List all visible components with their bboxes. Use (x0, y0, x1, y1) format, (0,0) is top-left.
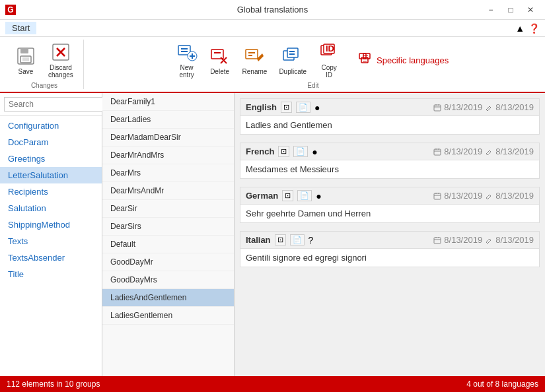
ribbon-changes-buttons: Save Discard changes (11, 40, 78, 81)
search-bar: ▼ (0, 93, 102, 116)
category-item-lettersalutation[interactable]: LetterSalutation (0, 167, 102, 183)
entry-item-ladiesgentlemen[interactable]: LadiesGentlemen (102, 307, 234, 325)
calendar-icon-2 (433, 192, 441, 200)
category-item-shippingmethod[interactable]: ShippingMethod (0, 216, 102, 233)
statusbar-left: 112 elements in 10 groups (7, 379, 100, 389)
lang-file-icon-0[interactable]: 📄 (296, 102, 310, 113)
lang-info-icon-3[interactable]: ? (309, 235, 314, 245)
svg-line-54 (490, 195, 491, 196)
svg-text:ID: ID (326, 44, 334, 53)
rename-label: Rename (242, 68, 268, 75)
lang-content-german: Sehr geehrte Damen und Herren (240, 205, 539, 222)
category-item-greetings[interactable]: Greetings (0, 150, 102, 167)
window-title: Global translations (0, 5, 545, 15)
entry-item-gooddaymr[interactable]: GoodDayMr (102, 253, 234, 271)
lang-date-created-3: 8/13/2019 (444, 235, 482, 245)
calendar-icon-3 (433, 236, 441, 244)
lang-save-icon-3[interactable]: ⊡ (275, 234, 286, 245)
ribbon: Save Discard changes Changes (0, 37, 545, 93)
lang-header-french: French ⊡ 📄 ● 8/13/2019 8/13/2019 (240, 143, 539, 160)
lang-info-icon-2[interactable]: ● (316, 191, 321, 201)
titlebar: G Global translations − □ ✕ (0, 0, 545, 20)
entry-item-dearmrs[interactable]: DearMrs (102, 164, 234, 182)
svg-rect-19 (248, 55, 252, 56)
save-button[interactable]: Save (11, 44, 41, 77)
menu-start[interactable]: Start (5, 22, 36, 34)
right-panel: English ⊡ 📄 ● 8/13/2019 8/13/2019 Ladies… (235, 93, 545, 376)
lang-info-icon-0[interactable]: ● (314, 102, 320, 113)
category-list: ConfigurationDocParamGreetingsLetterSalu… (0, 116, 102, 376)
svg-rect-55 (434, 238, 441, 244)
menubar: Start ▲ ❓ (0, 20, 545, 37)
specific-languages-button[interactable]: Specific languages (352, 49, 454, 71)
category-item-texts[interactable]: Texts (0, 233, 102, 249)
category-item-title[interactable]: Title (0, 266, 102, 282)
entry-item-dearsirs[interactable]: DearSirs (102, 218, 234, 236)
app-icon: G (5, 5, 16, 15)
entry-item-dearmadam[interactable]: DearMadamDearSir (102, 129, 234, 147)
help-button[interactable]: ❓ (528, 23, 540, 34)
lang-section-english: English ⊡ 📄 ● 8/13/2019 8/13/2019 Ladies… (240, 98, 540, 135)
duplicate-label: Duplicate (279, 68, 307, 75)
category-item-docparam[interactable]: DocParam (0, 134, 102, 150)
lang-save-icon-2[interactable]: ⊡ (282, 190, 293, 201)
delete-button[interactable]: Delete (205, 44, 235, 77)
lang-file-icon-3[interactable]: 📄 (290, 234, 305, 245)
lang-section-italian: Italian ⊡ 📄 ? 8/13/2019 8/13/2019 Gentil… (240, 231, 540, 267)
rename-button[interactable]: Rename (238, 44, 272, 77)
svg-rect-3 (22, 57, 29, 61)
entry-item-gooddaymrs[interactable]: GoodDayMrs (102, 271, 234, 289)
svg-rect-21 (287, 48, 298, 57)
save-label: Save (18, 68, 34, 75)
edit-icon-1 (485, 148, 493, 156)
entry-item-dearsir[interactable]: DearSir (102, 200, 234, 218)
svg-rect-23 (289, 53, 295, 55)
maximize-button[interactable]: □ (501, 3, 520, 17)
edit-icon-0 (485, 104, 493, 112)
lang-date-created-1: 8/13/2019 (444, 147, 482, 156)
close-button[interactable]: ✕ (521, 3, 540, 17)
specific-languages-icon (358, 52, 374, 68)
new-entry-button[interactable]: New entry (172, 40, 202, 81)
specific-languages-label: Specific languages (377, 55, 449, 65)
lang-file-icon-1[interactable]: 📄 (293, 146, 308, 157)
ribbon-edit-buttons: New entry Delete (172, 40, 455, 81)
save-icon (15, 46, 36, 67)
new-entry-label: New entry (179, 64, 194, 79)
edit-group-label: Edit (307, 82, 318, 89)
ribbon-group-changes: Save Discard changes Changes (5, 40, 84, 89)
lang-header-german: German ⊡ 📄 ● 8/13/2019 8/13/2019 (240, 187, 539, 205)
copy-id-button[interactable]: ID Copy ID (314, 40, 344, 81)
lang-save-icon-1[interactable]: ⊡ (278, 146, 289, 157)
titlebar-left: G (5, 5, 16, 15)
category-item-recipients[interactable]: Recipients (0, 183, 102, 200)
rename-icon (244, 46, 265, 67)
lang-date-modified-0: 8/13/2019 (495, 102, 534, 112)
entry-item-dearmrandmrs[interactable]: DearMrAndMrs (102, 147, 234, 164)
entry-item-ladiesandgentlemen[interactable]: LadiesAndGentlemen (102, 289, 234, 307)
lang-section-french: French ⊡ 📄 ● 8/13/2019 8/13/2019 Mesdame… (240, 143, 540, 179)
entry-item-dearfamily1[interactable]: DearFamily1 (102, 93, 234, 111)
category-item-salutation[interactable]: Salutation (0, 200, 102, 216)
lang-name-french: French (246, 147, 274, 156)
category-item-configuration[interactable]: Configuration (0, 117, 102, 134)
edit-icon-3 (485, 236, 493, 244)
ribbon-collapse-button[interactable]: ▲ (515, 23, 525, 34)
entry-item-dearmrsandmr[interactable]: DearMrsAndMr (102, 182, 234, 200)
lang-content-italian: Gentili signore ed egregi signori (240, 249, 539, 267)
discard-button[interactable]: Discard changes (44, 40, 78, 81)
svg-rect-45 (434, 149, 441, 155)
copy-id-icon: ID (318, 42, 340, 63)
lang-info-icon-1[interactable]: ● (312, 147, 317, 157)
entry-item-dearladies[interactable]: DearLadies (102, 111, 234, 129)
search-input[interactable] (4, 97, 112, 112)
svg-rect-22 (289, 51, 295, 52)
minimize-button[interactable]: − (482, 3, 500, 17)
lang-save-icon-0[interactable]: ⊡ (281, 102, 292, 113)
svg-rect-17 (246, 49, 258, 59)
entry-item-default[interactable]: Default (102, 236, 234, 253)
lang-file-icon-2[interactable]: 📄 (297, 190, 312, 201)
copy-id-label: Copy ID (321, 64, 336, 79)
duplicate-button[interactable]: Duplicate (274, 44, 311, 77)
category-item-textsabsender[interactable]: TextsAbsender (0, 249, 102, 266)
